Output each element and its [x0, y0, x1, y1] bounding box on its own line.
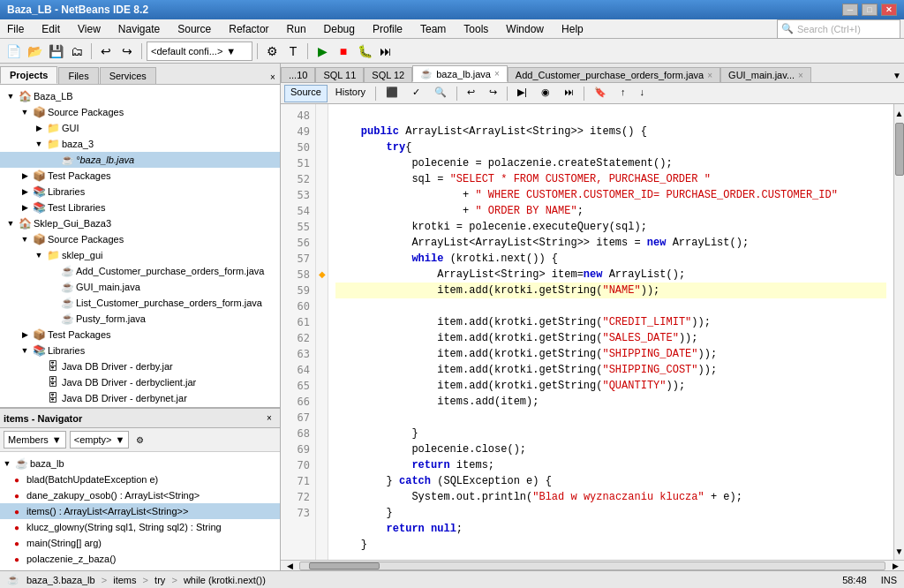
global-search[interactable]: 🔍 Search (Ctrl+I) — [777, 19, 900, 39]
source-tab-btn[interactable]: Source — [284, 85, 328, 102]
menu-refactor[interactable]: Refactor — [225, 21, 272, 37]
menu-tools[interactable]: Tools — [460, 21, 492, 37]
menu-run[interactable]: Run — [283, 21, 310, 37]
scroll-right-btn[interactable]: ▶ — [886, 561, 904, 571]
tree-item-derby[interactable]: 🗄 Java DB Driver - derby.jar — [0, 358, 280, 374]
menu-help[interactable]: Help — [558, 21, 587, 37]
tab-baza-lb-java[interactable]: ☕ baza_lb.java × — [412, 65, 508, 82]
menu-team[interactable]: Team — [417, 21, 449, 37]
tree-toggle[interactable]: ▼ — [4, 89, 18, 103]
tree-item-libraries-2[interactable]: ▼ 📚 Libraries — [0, 343, 280, 358]
run-to-cursor[interactable]: ▶| — [511, 85, 533, 102]
tree-item-add-customer[interactable]: ☕ Add_Customer_purchase_orders_form.java — [0, 263, 280, 279]
undo-btn[interactable]: ↩ — [461, 85, 481, 102]
tab-close-icon[interactable]: × — [494, 69, 500, 79]
tab-close-icon[interactable]: × — [707, 71, 712, 80]
tree-toggle[interactable]: ▼ — [18, 232, 32, 246]
tree-item-pusty[interactable]: ☕ Pusty_form.java — [0, 311, 280, 327]
nav-item-items[interactable]: ● items() : ArrayList<ArrayList<String>> — [0, 503, 280, 519]
tree-toggle[interactable]: ▼ — [0, 456, 14, 471]
run-button[interactable]: ▶ — [313, 41, 332, 61]
tree-item-baza-lb-java[interactable]: ☕ °baza_lb.java — [0, 152, 280, 168]
tab-sql12[interactable]: SQL 12 — [364, 67, 412, 82]
tree-toggle[interactable]: ▶ — [18, 169, 32, 183]
navigator-tree[interactable]: ▼ ☕ baza_lb ● blad(BatchUpdateException … — [0, 452, 280, 570]
h-scroll-thumb[interactable] — [309, 562, 380, 569]
check-btn[interactable]: ✓ — [406, 85, 426, 102]
nav-close-btn[interactable]: × — [262, 411, 276, 426]
tree-toggle[interactable]: ▶ — [18, 200, 32, 215]
tab-gui-main[interactable]: GUI_main.jav... × — [720, 67, 811, 82]
tree-item-sklep-gui[interactable]: ▼ 📁 sklep_gui — [0, 247, 280, 263]
tab-files[interactable]: Files — [58, 67, 98, 84]
tree-item-source-packages-2[interactable]: ▼ 📦 Source Packages — [0, 231, 280, 247]
tree-toggle[interactable]: ▼ — [18, 343, 32, 358]
menu-source[interactable]: Source — [174, 21, 215, 37]
format-btn[interactable]: ⬛ — [380, 85, 404, 102]
nav-item-dane[interactable]: ● dane_zakupy_osob() : ArrayList<String> — [0, 487, 280, 503]
minimize-button[interactable]: ─ — [842, 4, 858, 16]
prev-bookmark[interactable]: ↑ — [614, 85, 632, 102]
scroll-thumb[interactable] — [895, 123, 904, 176]
horizontal-scrollbar[interactable]: ◀ ▶ — [281, 560, 904, 570]
tree-item-source-packages-1[interactable]: ▼ 📦 Source Packages — [0, 104, 280, 120]
menu-file[interactable]: File — [4, 21, 27, 37]
tab-projects[interactable]: Projects — [0, 66, 57, 84]
redo-btn[interactable]: ↪ — [483, 85, 503, 102]
tree-item-libraries-1[interactable]: ▶ 📚 Libraries — [0, 184, 280, 200]
members-dropdown[interactable]: Members ▼ — [4, 431, 66, 449]
step-button[interactable]: ⏭ — [376, 41, 396, 61]
scroll-down-btn[interactable]: ▼ — [894, 542, 904, 560]
bookmark-btn[interactable]: 🔖 — [588, 85, 613, 102]
h-scroll-track[interactable] — [299, 562, 885, 570]
history-tab-btn[interactable]: History — [329, 85, 372, 102]
tree-toggle[interactable]: ▶ — [18, 328, 32, 342]
new-button[interactable]: 📄 — [4, 41, 23, 61]
tab-services[interactable]: Services — [100, 67, 156, 84]
tree-item-baza-lb-jar[interactable]: 🗄 Baza_LB - dist/Baza_LB.jar — [0, 406, 280, 407]
open-button[interactable]: 📂 — [25, 41, 44, 61]
close-button[interactable]: ✕ — [881, 4, 897, 16]
config-dropdown[interactable]: <default confi...> ▼ — [147, 41, 252, 61]
settings-button[interactable]: ⚙ — [262, 41, 282, 61]
tree-item-test-libraries-1[interactable]: ▶ 📚 Test Libraries — [0, 200, 280, 215]
tree-item-test-packages-2[interactable]: ▶ 📦 Test Packages — [0, 327, 280, 343]
nav-item-polaczenie[interactable]: ● polaczenie_z_baza() — [0, 551, 280, 567]
nav-settings-btn[interactable]: ⚙ — [132, 433, 147, 447]
panel-close-btn[interactable]: × — [266, 70, 280, 84]
next-bookmark[interactable]: ↓ — [633, 85, 651, 102]
nav-item-blad[interactable]: ● blad(BatchUpdateException e) — [0, 471, 280, 487]
tree-item-derbynet[interactable]: 🗄 Java DB Driver - derbynet.jar — [0, 390, 280, 406]
tab-close-icon[interactable]: × — [798, 71, 803, 80]
restore-button[interactable]: □ — [862, 4, 878, 16]
tree-item-derbyclient[interactable]: 🗄 Java DB Driver - derbyclient.jar — [0, 374, 280, 390]
tree-toggle[interactable]: ▶ — [18, 185, 32, 199]
menu-debug[interactable]: Debug — [320, 21, 358, 37]
tree-item-test-packages-1[interactable]: ▶ 📦 Test Packages — [0, 168, 280, 184]
menu-profile[interactable]: Profile — [369, 21, 406, 37]
redo-button[interactable]: ↪ — [117, 41, 137, 61]
tree-item-baza-lb[interactable]: ▼ 🏠 Baza_LB — [0, 88, 280, 104]
tree-item-baza3[interactable]: ▼ 📁 baza_3 — [0, 136, 280, 152]
save-all-button[interactable]: 🗂 — [67, 41, 87, 61]
tree-toggle[interactable]: ▼ — [4, 216, 18, 230]
tree-toggle[interactable]: ▼ — [32, 137, 46, 151]
empty-dropdown[interactable]: <empty> ▼ — [70, 431, 130, 449]
scroll-left-btn[interactable]: ◀ — [281, 561, 298, 571]
nav-item-klucz[interactable]: ● klucz_glowny(String sql1, String sql2)… — [0, 519, 280, 535]
editor-menu-btn[interactable]: ▼ — [890, 68, 904, 82]
code-editor[interactable]: public ArrayList<ArrayList<String>> item… — [328, 104, 893, 560]
tree-toggle[interactable]: ▼ — [18, 105, 32, 119]
tree-item-sklep[interactable]: ▼ 🏠 Sklep_Gui_Baza3 — [0, 215, 280, 231]
scroll-up-btn[interactable]: ▲ — [894, 104, 904, 122]
tree-toggle[interactable]: ▼ — [32, 248, 46, 262]
tab-sql11[interactable]: SQL 11 — [315, 67, 364, 82]
vertical-scrollbar[interactable]: ▲ ▼ — [893, 104, 904, 560]
menu-edit[interactable]: Edit — [38, 21, 64, 37]
toggle-bp[interactable]: ◉ — [535, 85, 556, 102]
menu-navigate[interactable]: Navigate — [115, 21, 163, 37]
tree-toggle[interactable]: ▶ — [32, 121, 46, 135]
tree-item-list-customer[interactable]: ☕ List_Customer_purchase_orders_form.jav… — [0, 295, 280, 311]
undo-button[interactable]: ↩ — [96, 41, 116, 61]
nav-root[interactable]: ▼ ☕ baza_lb — [0, 456, 280, 471]
